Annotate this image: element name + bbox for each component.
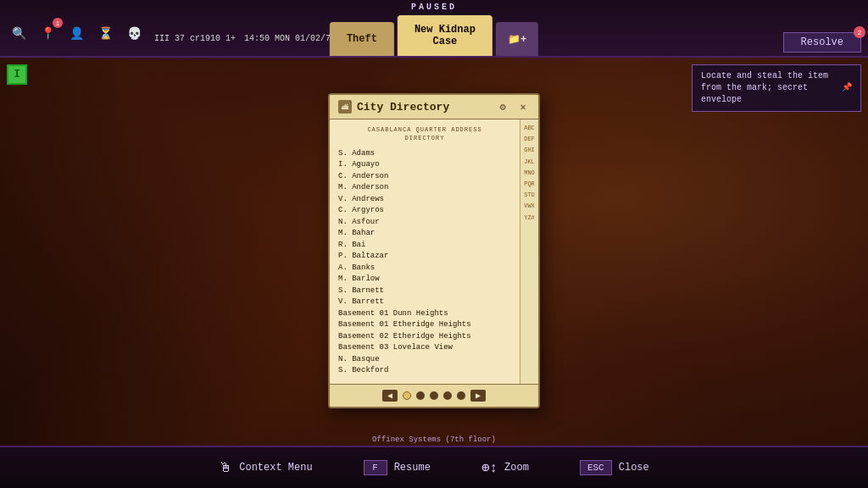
resolve-badge: 2: [854, 26, 865, 38]
skull-icon-btn[interactable]: 💀: [122, 21, 146, 45]
page-dot-2[interactable]: [416, 391, 425, 400]
alpha-pqr[interactable]: PQR: [522, 179, 537, 190]
alpha-ghi[interactable]: GHI: [522, 145, 537, 156]
resolve-button[interactable]: Resolve 2: [783, 32, 861, 53]
close-key-badge[interactable]: ESC: [580, 460, 612, 475]
notification-tooltip: Locate and steal the item from the mark;…: [692, 64, 861, 112]
tab-kidnap[interactable]: New KidnapCase: [398, 15, 492, 56]
stats-bar: III 37 cr1910 1+: [154, 24, 236, 43]
tab-theft[interactable]: Theft: [330, 22, 394, 56]
location-label: Offinex Systems (7th floor): [372, 435, 496, 444]
list-item[interactable]: V. Barrett: [338, 297, 511, 308]
list-item[interactable]: R. Bai: [338, 240, 511, 252]
center-tabs: Theft New KidnapCase 📁+: [330, 15, 538, 56]
list-item[interactable]: M. Barlow: [338, 274, 511, 286]
close-action: ESC Close: [580, 460, 649, 475]
directory-header: CASABLANCA QUARTER ADDRESS DIRECTORY: [338, 126, 511, 143]
tab-folder-label: 📁+: [508, 33, 526, 46]
agent-icon-btn[interactable]: 👤: [64, 21, 88, 45]
alpha-jkl[interactable]: JKL: [522, 157, 537, 168]
list-item[interactable]: V. Andrews: [338, 194, 511, 206]
page-dot-4[interactable]: [443, 391, 452, 400]
green-symbol: I: [14, 69, 19, 80]
list-item[interactable]: Basement 03 Lovelace View: [338, 342, 511, 354]
context-menu-action: 🖱 Context Menu: [219, 460, 312, 476]
tab-kidnap-label: New KidnapCase: [415, 24, 476, 48]
close-label: Close: [619, 462, 649, 474]
map-icon-btn[interactable]: 📍 1: [36, 21, 59, 45]
map-badge: 1: [53, 18, 63, 28]
bottom-bar: 🖱 Context Menu F Resume ⊕↕ Zoom ESC Clos…: [0, 446, 868, 488]
right-section: Resolve 2: [783, 32, 861, 53]
settings-icon[interactable]: ⚙: [496, 100, 509, 114]
stat-numbers: III 37 cr1910 1+: [154, 34, 236, 43]
alpha-stu[interactable]: STU: [522, 190, 537, 201]
context-menu-label: Context Menu: [239, 462, 312, 474]
card-alphabet: ABC DEF GHI JKL MNO PQR STU VWX YZ#: [520, 119, 538, 384]
prev-page-arrow[interactable]: ◀: [382, 390, 398, 402]
tab-theft-label: Theft: [347, 33, 377, 45]
card-list: CASABLANCA QUARTER ADDRESS DIRECTORY S. …: [330, 119, 520, 384]
resume-action: F Resume: [364, 460, 431, 475]
location-text: Offinex Systems (7th floor): [372, 435, 496, 444]
zoom-action: ⊕↕ Zoom: [481, 459, 529, 476]
card-header: 🏙 City Directory ⚙ ✕: [330, 95, 538, 119]
list-item[interactable]: M. Anderson: [338, 182, 511, 194]
directory-header-line1: CASABLANCA QUARTER ADDRESS: [338, 126, 511, 135]
mouse-icon: 🖱: [219, 460, 232, 476]
card-header-icons: ⚙ ✕: [496, 100, 530, 114]
resume-label: Resume: [394, 462, 431, 474]
zoom-label: Zoom: [504, 462, 529, 474]
timer-icon-btn[interactable]: ⏳: [93, 21, 117, 45]
alpha-mno[interactable]: MNO: [522, 168, 537, 179]
time-display: 14:50 MON 01/02/79: [244, 24, 336, 43]
list-item[interactable]: A. Banks: [338, 263, 511, 274]
list-item[interactable]: Basement 01 Dunn Heights: [338, 308, 511, 320]
next-page-arrow[interactable]: ▶: [470, 390, 486, 402]
page-dot-1[interactable]: [403, 391, 411, 400]
list-item[interactable]: S. Barnett: [338, 286, 511, 297]
list-item[interactable]: S. Adams: [338, 148, 511, 160]
list-item[interactable]: S. Beckford: [338, 365, 511, 377]
card-body: CASABLANCA QUARTER ADDRESS DIRECTORY S. …: [330, 119, 538, 384]
zoom-icon: ⊕↕: [481, 459, 498, 476]
card-footer: ◀ ▶: [330, 384, 538, 407]
card-icon: 🏙: [338, 100, 352, 114]
tab-folder[interactable]: 📁+: [496, 22, 538, 56]
list-item[interactable]: Basement 01 Etheridge Heights: [338, 319, 511, 331]
notification-text: Locate and steal the item from the mark;…: [701, 70, 837, 106]
resolve-label: Resolve: [801, 36, 843, 48]
city-directory-card: 🏙 City Directory ⚙ ✕ CASABLANCA QUARTER …: [328, 93, 540, 408]
alpha-abc[interactable]: ABC: [522, 123, 537, 134]
card-title-section: 🏙 City Directory: [338, 100, 449, 114]
time-text: 14:50 MON 01/02/79: [244, 34, 336, 43]
alpha-yz[interactable]: YZ#: [522, 213, 537, 224]
resume-key-badge[interactable]: F: [364, 460, 387, 475]
list-item[interactable]: M. Bahar: [338, 228, 511, 240]
list-item[interactable]: Basement 02 Etheridge Heights: [338, 331, 511, 343]
alpha-def[interactable]: DEF: [522, 134, 537, 145]
page-dot-3[interactable]: [430, 391, 438, 400]
alpha-vwx[interactable]: VWX: [522, 201, 537, 212]
list-item[interactable]: N. Asfour: [338, 217, 511, 229]
search-icon-btn[interactable]: 🔍: [7, 21, 31, 45]
card-title: City Directory: [357, 101, 449, 114]
page-dot-5[interactable]: [457, 391, 465, 400]
list-item[interactable]: I. Aguayo: [338, 159, 511, 171]
list-item[interactable]: C. Anderson: [338, 171, 511, 183]
paused-label: PAUSED: [411, 3, 457, 12]
notification-icon: 📌: [842, 82, 852, 94]
list-item[interactable]: N. Basque: [338, 354, 511, 366]
list-item[interactable]: P. Baltazar: [338, 251, 511, 263]
directory-header-line2: DIRECTORY: [338, 135, 511, 143]
top-bar: PAUSED 🔍 📍 1 👤 ⏳ 💀 III 37 cr1910 1+ 14:5…: [0, 0, 868, 58]
entries-container: S. AdamsI. AguayoC. AndersonM. AndersonV…: [338, 148, 511, 377]
list-item[interactable]: C. Argyros: [338, 205, 511, 217]
green-indicator: I: [7, 64, 27, 85]
close-card-icon[interactable]: ✕: [516, 100, 530, 114]
